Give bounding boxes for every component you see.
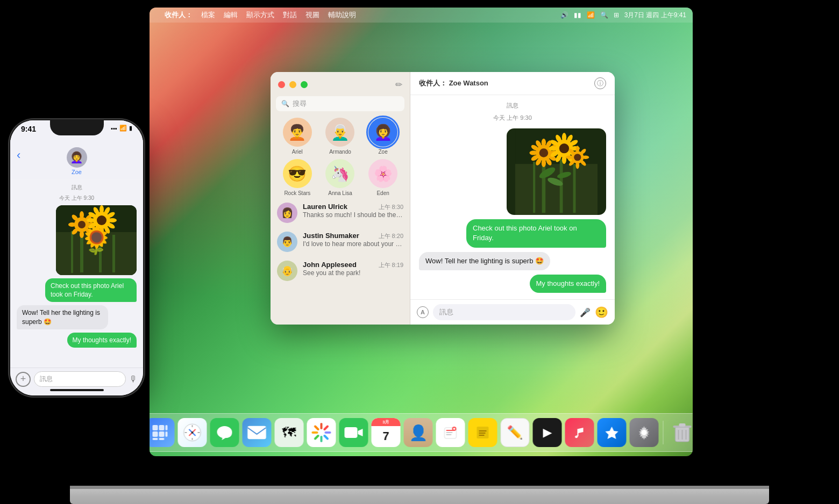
iphone-contact-avatar-image: 👩‍🦱 — [67, 147, 87, 168]
dock-app-photos[interactable] — [307, 418, 336, 447]
trash-icon — [672, 421, 693, 444]
maximize-button[interactable] — [301, 81, 308, 88]
calendar-day: 7 — [372, 426, 401, 447]
conv-header-lauren: Lauren Ulrick 上午 8:30 — [303, 203, 403, 211]
avatar-rockstars[interactable]: 😎 Rock Stars — [283, 159, 312, 196]
dock-app-trash[interactable] — [668, 418, 693, 447]
sunflower-image — [507, 128, 606, 215]
svg-point-22 — [562, 133, 566, 142]
dock-app-messages[interactable] — [210, 418, 239, 447]
macbook-frame: 收件人： 檔案 編輯 顯示方式 對話 視圖 輔助說明 🔊 ▮▮ 📶 🔍 ⊞ 3月… — [70, 0, 769, 504]
volume-icon[interactable]: 🔊 — [560, 11, 568, 19]
wifi-icon[interactable]: 📶 — [587, 11, 595, 19]
avatar-armando-label: Armando — [329, 149, 351, 155]
dock-app-appstore[interactable] — [598, 418, 627, 447]
avatar-annalisa[interactable]: 🦄 Anna Lisa — [325, 159, 354, 196]
control-center-icon[interactable]: ⊞ — [614, 11, 619, 19]
iphone-status-icons: ▪▪▪ 📶 ▮ — [111, 125, 132, 132]
dock-app-launchpad[interactable] — [150, 418, 175, 447]
info-button[interactable]: ⓘ — [594, 77, 606, 89]
music-icon — [572, 424, 588, 441]
avatar-armando[interactable]: 👨‍🦳 Armando — [325, 118, 354, 155]
close-button[interactable] — [278, 81, 285, 88]
photos-icon — [312, 423, 331, 442]
avatar-ariel[interactable]: 🧑‍🦱 Ariel — [283, 118, 312, 155]
menu-item-file[interactable]: 檔案 — [201, 10, 215, 20]
conv-avatar-justin: 👨 — [277, 232, 297, 252]
message-input[interactable]: 訊息 — [433, 304, 575, 320]
svg-rect-66 — [446, 434, 452, 435]
dock-app-contacts[interactable]: 👤 — [404, 418, 433, 447]
dock-app-mail[interactable] — [243, 418, 272, 447]
search-bar[interactable]: 🔍 搜尋 — [276, 96, 404, 111]
svg-rect-51 — [159, 431, 165, 437]
dock-app-settings[interactable] — [630, 418, 659, 447]
conv-content-justin: Justin Shumaker 上午 8:20 I'd love to hear… — [303, 232, 403, 248]
svg-point-17 — [529, 150, 537, 155]
iphone-back-button[interactable]: ‹ — [17, 148, 20, 162]
minimize-button[interactable] — [289, 81, 296, 88]
dock-app-appletv[interactable]: ▶ — [533, 418, 562, 447]
dock-app-calendar[interactable]: 3月 7 — [372, 418, 401, 447]
conv-avatar-john: 👴 — [277, 261, 297, 281]
iphone-contact[interactable]: 👩‍🦱 Zoe — [67, 147, 87, 175]
avatar-armando-image: 👨‍🦳 — [325, 118, 354, 147]
menu-item-help[interactable]: 輔助說明 — [328, 10, 356, 20]
search-icon[interactable]: 🔍 — [600, 11, 608, 19]
dock-app-freeform[interactable]: ✏️ — [501, 418, 530, 447]
avatar-eden[interactable]: 🌸 Eden — [368, 159, 397, 196]
apps-icon[interactable]: A — [417, 306, 429, 318]
iphone-signal-icon: ▪▪▪ — [111, 125, 117, 132]
dictate-icon[interactable]: 🎤 — [580, 307, 591, 318]
iphone-mic-icon[interactable]: 🎙 — [129, 375, 138, 384]
conv-preview-justin: I'd love to hear more about your project… — [303, 240, 403, 248]
notes-icon — [475, 424, 491, 441]
svg-point-94 — [80, 231, 84, 238]
avatar-zoe[interactable]: 👩‍🦱 Zoe — [368, 118, 397, 155]
svg-rect-74 — [578, 429, 579, 436]
conv-item-lauren[interactable]: 👩 Lauren Ulrick 上午 8:30 Thanks so much! … — [271, 198, 410, 227]
emoji-icon[interactable]: 🙂 — [595, 306, 608, 319]
svg-point-21 — [559, 143, 569, 153]
avatar-zoe-image: 👩‍🦱 — [368, 118, 397, 147]
iphone-add-button[interactable]: + — [16, 372, 31, 387]
menu-item-view[interactable]: 視圖 — [305, 10, 319, 20]
conv-time-john: 上午 8:19 — [379, 261, 403, 269]
conv-preview-lauren: Thanks so much! I should be there by 9:0… — [303, 211, 403, 219]
conv-avatar-lauren: 👩 — [277, 203, 297, 223]
conv-item-justin[interactable]: 👨 Justin Shumaker 上午 8:20 I'd love to he… — [271, 227, 410, 256]
dock-app-notes[interactable] — [468, 418, 497, 447]
conv-preview-john: See you at the park! — [303, 269, 403, 277]
svg-rect-60 — [248, 426, 266, 439]
chat-input-area: A 訊息 🎤 🙂 — [410, 299, 615, 325]
iphone-sent-msg-1: Check out this photo Ariel took on Frida… — [45, 278, 137, 302]
recipient-label: 收件人： — [419, 79, 447, 87]
avatar-row-1: 🧑‍🦱 Ariel 👨‍🦳 Armando 👩‍🦱 Zoe — [271, 116, 410, 157]
iphone-contact-name: Zoe — [72, 169, 82, 175]
svg-point-89 — [78, 221, 86, 228]
iphone-message-input[interactable]: 訊息 — [34, 371, 126, 387]
sent-message-1: Check out this photo Ariel took on Frida… — [466, 219, 606, 247]
iphone-home-indicator — [50, 389, 104, 391]
recipient-name: Zoe Watson — [449, 79, 488, 87]
sent-message-2-wrapper: My thoughts exactly! — [419, 275, 606, 293]
dock-app-safari[interactable] — [178, 418, 207, 447]
menu-item-edit[interactable]: 編輯 — [224, 10, 238, 20]
dock-app-music[interactable] — [565, 418, 594, 447]
compose-button[interactable]: ✏ — [395, 80, 402, 90]
menu-bar-left: 收件人： 檔案 編輯 顯示方式 對話 視圖 輔助說明 — [156, 10, 356, 20]
menu-item-view-mode[interactable]: 顯示方式 — [246, 10, 274, 20]
conv-item-john[interactable]: 👴 John Appleseed 上午 8:19 See you at the … — [271, 256, 410, 285]
received-message-1: Wow! Tell her the lighting is superb 🤩 — [419, 252, 550, 270]
mail-icon — [247, 426, 267, 440]
svg-rect-78 — [679, 423, 686, 427]
menu-item-conversation[interactable]: 對話 — [283, 10, 297, 20]
maps-icon: 🗺 — [282, 424, 296, 441]
dock-app-maps[interactable]: 🗺 — [275, 418, 304, 447]
menu-app-name[interactable]: 收件人： — [165, 10, 193, 20]
dock-app-reminders[interactable] — [436, 418, 465, 447]
iphone-timestamp: 今天 上午 9:30 — [17, 195, 137, 202]
chat-area: 收件人： Zoe Watson ⓘ 訊息 今天 上午 9:30 — [410, 72, 615, 325]
dock-app-facetime[interactable] — [339, 418, 368, 447]
menu-bar-right: 🔊 ▮▮ 📶 🔍 ⊞ 3月7日 週四 上午9:41 — [560, 11, 686, 20]
